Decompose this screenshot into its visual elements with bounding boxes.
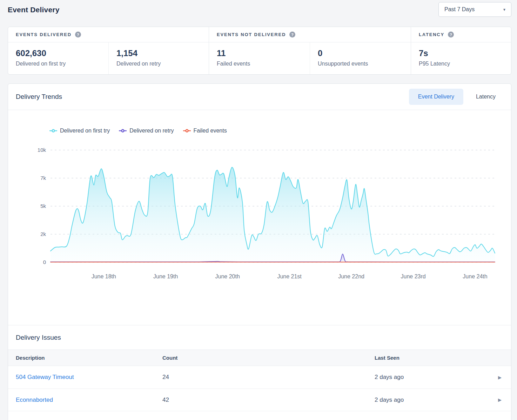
svg-text:7k: 7k — [40, 175, 46, 181]
help-icon[interactable]: ? — [289, 32, 295, 38]
stats-group-title: EVENTS DELIVERED — [16, 32, 72, 37]
delivery-trends-chart: 02k5k7k10kJune 18thJune 19thJune 20thJun… — [8, 142, 510, 303]
legend-label: Delivered on retry — [129, 128, 174, 134]
svg-text:June 20th: June 20th — [215, 273, 240, 279]
metric-label: Delivered on first try — [16, 61, 108, 67]
svg-text:2k: 2k — [40, 231, 46, 237]
svg-text:June 22nd: June 22nd — [338, 273, 364, 279]
svg-text:June 23rd: June 23rd — [401, 273, 426, 279]
stats-group-header-latency: LATENCY ? — [411, 27, 511, 42]
legend-marker-icon — [119, 129, 127, 133]
tab-latency[interactable]: Latency — [467, 89, 505, 105]
svg-text:10k: 10k — [38, 147, 46, 153]
issue-last-seen: 2 days ago — [375, 374, 489, 381]
time-range-value: Past 7 Days — [444, 6, 475, 13]
metric-value: 602,630 — [16, 48, 108, 58]
svg-text:June 21st: June 21st — [277, 273, 302, 279]
svg-text:June 24th: June 24th — [463, 273, 487, 279]
column-header-description: Description — [8, 355, 162, 361]
help-icon[interactable]: ? — [448, 32, 454, 38]
legend-item-delivered-retry[interactable]: Delivered on retry — [119, 128, 174, 134]
issue-last-seen: 2 days ago — [375, 397, 489, 404]
svg-text:June 19th: June 19th — [153, 273, 178, 279]
svg-text:5k: 5k — [40, 203, 46, 209]
delivery-trends-card: Delivery Trends Event Delivery Latency D… — [8, 83, 511, 420]
metric-unsupported-events: 0 Unsupported events — [310, 42, 411, 74]
delivery-issues-title: Delivery Issues — [16, 334, 61, 341]
stats-summary-card: EVENTS DELIVERED ? EVENTS NOT DELIVERED … — [8, 27, 511, 75]
stats-group-title: EVENTS NOT DELIVERED — [217, 32, 286, 37]
delivery-trends-title: Delivery Trends — [16, 93, 62, 101]
issue-count: 24 — [162, 374, 375, 381]
help-icon[interactable]: ? — [75, 32, 81, 38]
issues-table-header: Description Count Last Seen — [8, 350, 511, 366]
column-header-count: Count — [162, 355, 375, 361]
chevron-down-icon: ▼ — [503, 8, 506, 12]
legend-label: Failed events — [194, 128, 227, 134]
metric-value: 7s — [419, 48, 511, 58]
page-header: Event Delivery Past 7 Days ▼ — [0, 0, 517, 27]
table-row[interactable]: Econnaborted 42 2 days ago ▶ — [8, 388, 511, 411]
svg-text:0: 0 — [43, 259, 46, 265]
metric-delivered-first-try: 602,630 Delivered on first try — [8, 42, 108, 74]
legend-marker-icon — [183, 129, 191, 133]
issue-link[interactable]: Econnaborted — [8, 397, 162, 404]
time-range-dropdown[interactable]: Past 7 Days ▼ — [438, 2, 511, 17]
chart-legend: Delivered on first try Delivered on retr… — [49, 128, 511, 134]
legend-item-failed-events[interactable]: Failed events — [183, 128, 227, 134]
svg-text:June 18th: June 18th — [92, 273, 116, 279]
stats-group-title: LATENCY — [419, 32, 444, 37]
tab-event-delivery[interactable]: Event Delivery — [409, 89, 463, 105]
page-title: Event Delivery — [8, 6, 60, 14]
stats-group-header-delivered: EVENTS DELIVERED ? — [8, 27, 209, 42]
metric-value: 0 — [318, 48, 411, 58]
column-header-last-seen: Last Seen — [375, 355, 489, 361]
issue-count: 11 — [162, 419, 375, 420]
legend-item-delivered-first-try[interactable]: Delivered on first try — [49, 128, 110, 134]
metric-value: 11 — [217, 48, 310, 58]
issue-link[interactable]: 504 Gateway Timeout — [8, 374, 162, 381]
metric-failed-events: 11 Failed events — [209, 42, 310, 74]
chevron-right-icon[interactable]: ▶ — [498, 375, 502, 380]
trends-tab-group: Event Delivery Latency — [409, 89, 505, 105]
issue-count: 42 — [162, 397, 375, 404]
delivery-issues-header: Delivery Issues — [8, 325, 511, 350]
metric-delivered-retry: 1,154 Delivered on retry — [108, 42, 209, 74]
delivery-trends-header: Delivery Trends Event Delivery Latency — [8, 84, 511, 110]
metric-p95-latency: 7s P95 Latency — [411, 42, 511, 74]
metric-label: P95 Latency — [419, 61, 511, 67]
stats-group-header-not-delivered: EVENTS NOT DELIVERED ? — [209, 27, 411, 42]
legend-label: Delivered on first try — [60, 128, 110, 134]
chart-section: Delivered on first try Delivered on retr… — [8, 128, 511, 325]
metric-label: Failed events — [217, 61, 310, 67]
metric-label: Unsupported events — [318, 61, 411, 67]
metric-label: Delivered on retry — [116, 61, 209, 67]
issue-last-seen: an hour ago — [375, 419, 489, 420]
legend-marker-icon — [49, 129, 57, 133]
metric-value: 1,154 — [116, 48, 209, 58]
issue-link[interactable]: Message Rejected — [8, 419, 162, 420]
chevron-right-icon[interactable]: ▶ — [498, 397, 502, 402]
table-row[interactable]: Message Rejected 11 an hour ago ▶ — [8, 411, 511, 420]
table-row[interactable]: 504 Gateway Timeout 24 2 days ago ▶ — [8, 366, 511, 388]
